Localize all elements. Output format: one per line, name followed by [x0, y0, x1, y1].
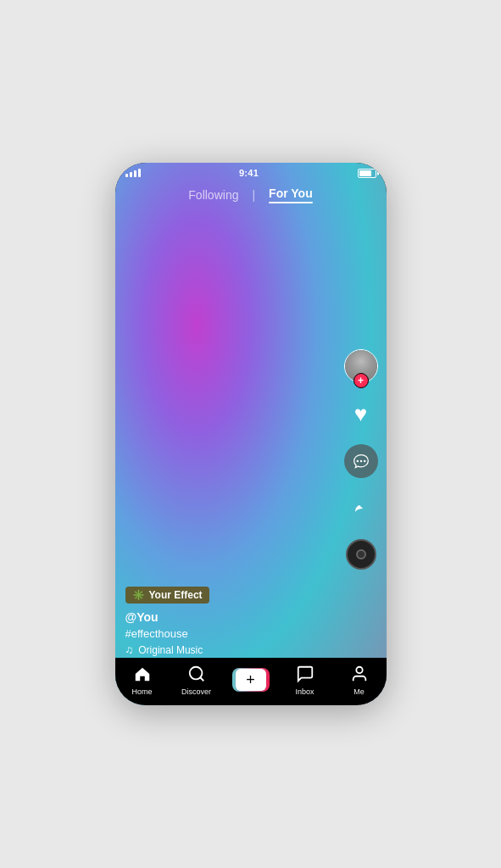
- share-icon: [351, 498, 371, 519]
- discover-label: Discover: [181, 687, 211, 696]
- nav-inbox[interactable]: Inbox: [278, 665, 332, 696]
- svg-point-3: [189, 666, 202, 679]
- nav-create[interactable]: +: [224, 668, 278, 692]
- plus-icon: +: [236, 669, 266, 691]
- share-icon-circle: [344, 492, 378, 526]
- discover-icon: [187, 665, 206, 686]
- music-note-icon: ♫: [125, 643, 134, 656]
- effect-label: Your Effect: [149, 589, 203, 601]
- profile-icon: [350, 665, 369, 686]
- hashtag[interactable]: #effecthouse: [125, 627, 336, 640]
- music-info[interactable]: ♫ Original Music: [125, 643, 336, 656]
- music-disc-inner: [356, 549, 366, 559]
- signal-bar-3: [134, 170, 136, 177]
- effect-tag[interactable]: ✳️ Your Effect: [125, 587, 209, 604]
- bottom-nav: Home Discover + Inbox: [115, 658, 387, 705]
- follow-badge: +: [353, 373, 369, 388]
- effect-star-icon: ✳️: [132, 589, 145, 601]
- create-button[interactable]: +: [232, 668, 270, 692]
- signal-bar-4: [138, 169, 141, 177]
- battery-fill: [359, 170, 371, 176]
- nav-divider: |: [252, 188, 255, 202]
- like-icon-circle: ♥: [344, 397, 378, 431]
- comment-icon-circle: [344, 444, 378, 478]
- signal-indicator: [125, 169, 141, 177]
- svg-point-0: [356, 460, 359, 463]
- nav-me[interactable]: Me: [332, 665, 387, 696]
- home-label: Home: [131, 687, 152, 696]
- avatar-follow-button[interactable]: +: [344, 349, 378, 383]
- battery-icon: [358, 169, 376, 178]
- like-button[interactable]: ♥: [344, 397, 378, 431]
- top-nav: Following | For You: [115, 186, 387, 203]
- inbox-label: Inbox: [295, 687, 314, 696]
- me-label: Me: [353, 687, 365, 696]
- status-time: 9:41: [239, 168, 259, 178]
- share-button[interactable]: [344, 492, 378, 526]
- username[interactable]: @You: [125, 610, 336, 624]
- nav-discover[interactable]: Discover: [170, 665, 224, 696]
- music-label: Original Music: [138, 644, 203, 656]
- home-icon: [133, 665, 152, 686]
- signal-bar-2: [130, 172, 132, 177]
- right-actions: + ♥: [344, 349, 378, 570]
- comment-icon: [353, 453, 370, 470]
- nav-home[interactable]: Home: [115, 665, 170, 696]
- inbox-icon: [296, 665, 315, 686]
- tab-following[interactable]: Following: [188, 188, 238, 202]
- status-bar: 9:41: [115, 163, 387, 183]
- phone-frame: 9:41 Following | For You + ♥: [115, 163, 387, 705]
- heart-icon: ♥: [354, 401, 367, 427]
- avatar-container: +: [344, 349, 378, 383]
- status-right: [358, 169, 376, 178]
- music-disc-button[interactable]: [346, 539, 376, 570]
- signal-bar-1: [125, 174, 128, 177]
- svg-point-4: [356, 666, 362, 672]
- tab-for-you[interactable]: For You: [269, 186, 313, 203]
- svg-point-2: [363, 460, 365, 463]
- bottom-info: ✳️ Your Effect @You #effecthouse ♫ Origi…: [125, 587, 336, 656]
- comment-button[interactable]: [344, 444, 378, 478]
- svg-point-1: [359, 460, 362, 463]
- music-disc: [346, 539, 376, 570]
